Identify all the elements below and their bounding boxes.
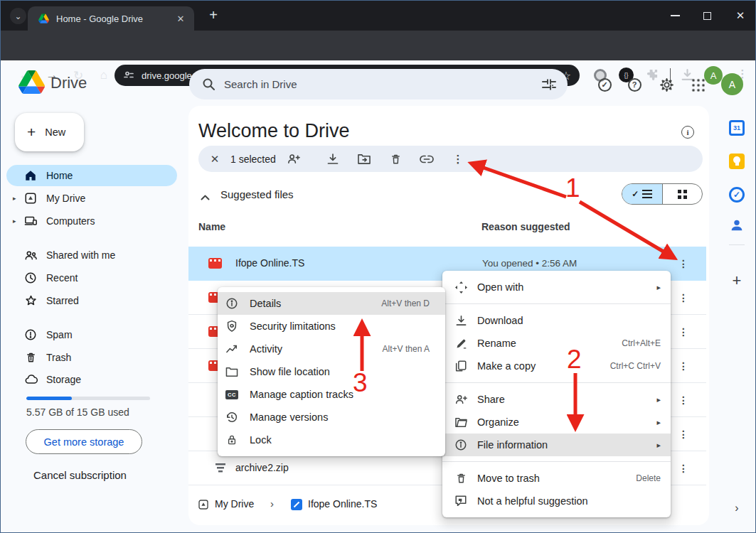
expand-caret-icon[interactable]: ▸	[13, 195, 23, 202]
menu-item-open-with[interactable]: Open with ▸	[442, 276, 671, 298]
toolbar-more-kebab-icon[interactable]: ⋮	[449, 151, 467, 168]
sidebar-item-shared-with-me[interactable]: Shared with me	[6, 244, 177, 266]
sidebar-item-spam[interactable]: Spam	[6, 324, 177, 345]
submenu-item-details[interactable]: Details Alt+V then D	[218, 292, 445, 315]
contacts-icon[interactable]	[728, 217, 745, 234]
site-info-icon[interactable]	[124, 70, 134, 80]
cancel-subscription-link[interactable]: Cancel subscription	[33, 469, 127, 481]
submenu-item-manage-versions[interactable]: Manage versions	[218, 406, 445, 429]
breadcrumb-file[interactable]: Ifope Online.TS	[308, 498, 377, 510]
sidebar-item-home[interactable]: Home	[6, 165, 177, 186]
browser-tab[interactable]: Home - Google Drive ✕	[28, 6, 194, 31]
trash-icon[interactable]	[387, 151, 404, 168]
menu-item-label: Activity	[250, 343, 282, 355]
submenu-item-manage-caption-tracks[interactable]: CC Manage caption tracks	[218, 383, 445, 406]
menu-item-label: Make a copy	[477, 360, 536, 372]
sidebar-item-recent[interactable]: Recent	[6, 267, 177, 289]
offline-ready-icon[interactable]: ✓	[596, 76, 613, 93]
submenu-item-security-limitations[interactable]: Security limitations	[218, 315, 445, 338]
search-icon[interactable]	[202, 77, 215, 91]
share-person-add-icon[interactable]	[285, 151, 302, 168]
activity-icon	[225, 342, 239, 356]
drive-profile-avatar[interactable]: A	[721, 73, 743, 95]
menu-item-rename[interactable]: Rename Ctrl+Alt+E	[442, 332, 671, 355]
clear-selection-icon[interactable]: ✕	[208, 153, 222, 166]
column-header-name[interactable]: Name	[198, 221, 225, 232]
row-more-kebab-icon[interactable]: ⋮	[676, 325, 691, 339]
menu-item-label: Lock	[250, 434, 272, 446]
new-tab-button[interactable]: +	[206, 8, 221, 23]
collapse-chevron-icon[interactable]	[201, 190, 210, 203]
row-more-kebab-icon[interactable]: ⋮	[676, 427, 691, 441]
menu-item-organize[interactable]: Organize ▸	[442, 411, 671, 434]
sidebar-item-starred[interactable]: Starred	[6, 290, 177, 311]
browser-tab-strip: ⌄ Home - Google Drive ✕ + ✕	[1, 1, 756, 31]
sidebar-item-label: Shared with me	[46, 249, 115, 261]
move-to-folder-icon[interactable]	[356, 151, 373, 168]
menu-item-download[interactable]: Download	[442, 309, 671, 332]
row-more-kebab-icon[interactable]: ⋮	[676, 393, 691, 407]
extensions-puzzle-icon[interactable]	[645, 68, 659, 81]
browser-toolbar: ← → ↻ ⌂ drive.google.com/drive/home ☆ {}…	[1, 31, 756, 60]
search-options-icon[interactable]	[542, 78, 556, 91]
browser-home-icon[interactable]: ⌂	[95, 66, 113, 85]
search-input[interactable]	[224, 78, 542, 90]
settings-gear-icon[interactable]	[658, 76, 675, 93]
column-header-reason[interactable]: Reason suggested	[481, 221, 570, 232]
window-maximize-button[interactable]	[697, 8, 717, 23]
search-bar[interactable]	[189, 69, 568, 99]
download-icon[interactable]	[324, 151, 341, 168]
section-title[interactable]: Suggested files	[220, 188, 294, 200]
row-more-kebab-icon[interactable]: ⋮	[676, 359, 691, 373]
submenu-item-show-file-location[interactable]: Show file location	[218, 360, 445, 383]
new-button[interactable]: + New	[15, 113, 84, 151]
tasks-icon[interactable]: ✓	[728, 186, 745, 203]
window-close-button[interactable]: ✕	[730, 8, 750, 23]
folder-icon	[225, 365, 239, 379]
file-name: archive2.zip	[235, 462, 289, 473]
shared-with-me-icon	[23, 248, 38, 262]
help-icon[interactable]: ?	[626, 76, 643, 93]
menu-item-label: Open with	[477, 281, 523, 293]
calendar-icon[interactable]: 31	[728, 119, 745, 136]
menu-item-move-to-trash[interactable]: Move to trash Delete	[442, 467, 671, 490]
tab-close-icon[interactable]: ✕	[174, 12, 187, 25]
video-file-icon	[208, 258, 222, 269]
submenu-item-activity[interactable]: Activity Alt+V then A	[218, 338, 445, 360]
submenu-caret-icon: ▸	[656, 441, 661, 450]
tab-search-icon[interactable]: ⌄	[10, 8, 26, 24]
row-more-kebab-icon[interactable]: ⋮	[676, 291, 691, 305]
get-more-storage-button[interactable]: Get more storage	[26, 429, 142, 454]
window-minimize-button[interactable]	[665, 8, 685, 23]
sidebar-item-storage[interactable]: Storage	[6, 369, 177, 390]
apps-grid-icon[interactable]	[689, 76, 706, 93]
pencil-icon	[454, 336, 468, 350]
sidebar-item-computers[interactable]: ▸ Computers	[6, 210, 177, 232]
menu-item-file-information[interactable]: File information ▸	[442, 434, 671, 456]
list-view-button[interactable]: ✓	[622, 184, 662, 204]
menu-item-label: Security limitations	[250, 321, 336, 332]
keep-icon[interactable]	[728, 153, 745, 170]
add-apps-icon[interactable]: +	[728, 272, 745, 289]
copy-link-icon[interactable]	[418, 151, 435, 168]
row-more-kebab-icon[interactable]: ⋮	[676, 461, 691, 475]
row-more-kebab-icon[interactable]: ⋮	[676, 257, 691, 271]
page-title: Welcome to Drive	[198, 120, 350, 142]
menu-item-label: Not a helpful suggestion	[477, 495, 588, 507]
submenu-item-lock[interactable]: Lock	[218, 429, 445, 451]
menu-item-make-a-copy[interactable]: Make a copy Ctrl+C Ctrl+V	[442, 355, 671, 377]
menu-item-not-helpful[interactable]: Not a helpful suggestion	[442, 490, 671, 512]
browser-profile-avatar[interactable]: A	[704, 66, 723, 85]
welcome-info-icon[interactable]: i	[681, 126, 694, 139]
menu-item-share[interactable]: Share ▸	[442, 388, 671, 411]
show-side-panel-icon[interactable]: ›	[728, 500, 745, 517]
folder-icon	[454, 415, 468, 429]
submenu-caret-icon: ▸	[656, 395, 661, 404]
menu-shortcut: Delete	[636, 473, 661, 483]
grid-view-button[interactable]	[662, 184, 703, 204]
sidebar-item-trash[interactable]: Trash	[6, 347, 177, 368]
breadcrumb-parent[interactable]: My Drive	[215, 498, 254, 510]
selected-count: 1 selected	[230, 154, 276, 165]
sidebar-item-my-drive[interactable]: ▸ My Drive	[6, 188, 177, 209]
expand-caret-icon[interactable]: ▸	[13, 217, 23, 225]
